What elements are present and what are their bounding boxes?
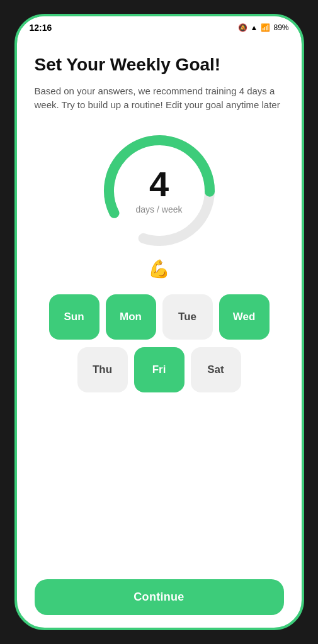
status-time: 12:16 (30, 23, 52, 33)
gauge-center: 4 days / week (136, 167, 183, 214)
day-button-tue[interactable]: Tue (162, 294, 213, 340)
gauge-label: days / week (136, 204, 183, 214)
wifi-icon: ▲ (251, 23, 258, 32)
day-button-thu[interactable]: Thu (77, 347, 128, 392)
day-button-wed[interactable]: Wed (219, 294, 270, 340)
day-button-mon[interactable]: Mon (106, 294, 156, 340)
signal-icon: 📶 (261, 23, 270, 32)
days-row-2: Thu Fri Sat (35, 347, 284, 392)
day-button-fri[interactable]: Fri (134, 347, 185, 392)
page-content: Set Your Weekly Goal! Based on your answ… (17, 39, 302, 628)
mute-icon: 🔕 (238, 23, 247, 32)
day-button-sun[interactable]: Sun (49, 294, 99, 340)
days-row-1: Sun Mon Tue Wed (35, 294, 284, 340)
goal-gauge: 4 days / week (96, 128, 222, 253)
page-title: Set Your Weekly Goal! (35, 54, 284, 75)
day-button-sat[interactable]: Sat (191, 347, 241, 392)
status-icons: 🔕 ▲ 📶 89% (238, 23, 289, 32)
phone-shell: 12:16 🔕 ▲ 📶 89% Set Your Weekly Goal! Ba… (14, 14, 304, 630)
battery-text: 89% (273, 23, 288, 32)
continue-button[interactable]: Continue (35, 579, 284, 615)
status-bar: 12:16 🔕 ▲ 📶 89% (17, 16, 302, 39)
gauge-value: 4 (149, 167, 169, 202)
